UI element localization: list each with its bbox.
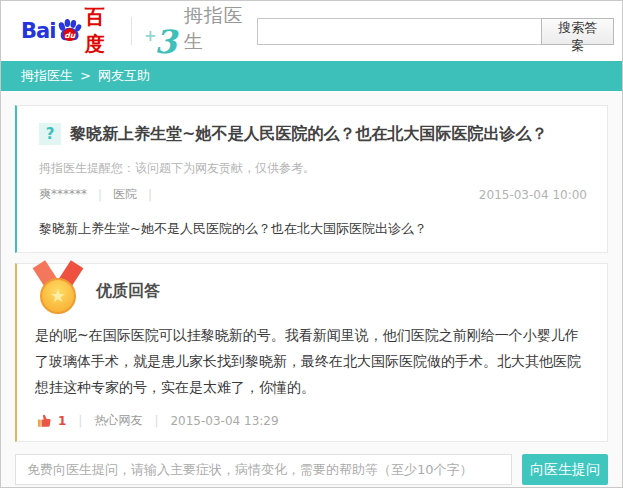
thumbs-up-icon	[37, 413, 52, 428]
medal-coin: ★	[40, 278, 76, 314]
answer-time: 2015-03-04 13:29	[170, 414, 278, 428]
question-time: 2015-03-04 10:00	[479, 188, 587, 202]
medal-icon: ★	[33, 263, 83, 319]
answer-text: 是的呢~在国际医院可以挂黎晓新的号。我看新闻里说，他们医院之前刚给一个小婴儿作了…	[33, 322, 587, 400]
notice-text: 拇指医生提醒您：该问题下为网友贡献，仅供参考。	[39, 160, 587, 177]
question-title: 黎晓新上养生堂~她不是人民医院的么？也在北大国际医院出诊么？	[70, 124, 547, 145]
baidu-logo-bai: Bai	[21, 19, 55, 43]
thumb-mark-icon: 3	[155, 25, 177, 59]
search-group: 搜索答案	[257, 18, 614, 45]
question-title-row: ? 黎晓新上养生堂~她不是人民医院的么？也在北大国际医院出诊么？	[39, 123, 587, 145]
baidu-logo-cn: 百度	[85, 4, 121, 58]
breadcrumb-separator: >	[80, 61, 91, 91]
ask-question-input[interactable]	[15, 454, 512, 485]
answer-footer: 1 | 热心网友 | 2015-03-04 13:29	[33, 412, 587, 429]
answer-separator: |	[154, 414, 158, 428]
meta-separator: |	[98, 188, 102, 202]
answer-author: 热心网友	[94, 412, 142, 429]
ask-doctor-button[interactable]: 向医生提问	[522, 454, 608, 485]
question-body: 黎晓新上养生堂~她不是人民医院的么？也在北大国际医院出诊么？	[39, 220, 587, 238]
like-count: 1	[58, 414, 66, 428]
like-button[interactable]: 1	[37, 413, 66, 428]
star-icon: ★	[50, 287, 66, 305]
answer-header: ★ 优质回答	[33, 264, 587, 319]
page-window: Bai du 百度 + 3 拇指医生 搜索答案 拇指医生 > 网	[0, 0, 623, 488]
app-logo-label: 拇指医生	[184, 3, 257, 55]
breadcrumb-root-link[interactable]: 拇指医生	[21, 61, 73, 91]
thumb-doctor-logo[interactable]: + 3 拇指医生	[144, 3, 257, 59]
baidu-paw-icon: du	[56, 16, 83, 46]
question-card: ? 黎晓新上养生堂~她不是人民医院的么？也在北大国际医院出诊么？ 拇指医生提醒您…	[15, 105, 608, 253]
breadcrumb-current: 网友互助	[98, 61, 150, 91]
question-username: 爽******	[39, 186, 87, 203]
meta-separator: |	[148, 188, 152, 202]
baidu-logo-du: du	[65, 31, 77, 40]
answer-separator: |	[78, 414, 82, 428]
question-mark-icon: ?	[39, 123, 61, 145]
header: Bai du 百度 + 3 拇指医生 搜索答案	[1, 1, 622, 61]
logo-divider	[131, 17, 132, 45]
search-input[interactable]	[257, 18, 543, 45]
question-category-link[interactable]: 医院	[113, 186, 137, 203]
breadcrumb: 拇指医生 > 网友互助	[1, 61, 622, 91]
main-content: ? 黎晓新上养生堂~她不是人民医院的么？也在北大国际医院出诊么？ 拇指医生提醒您…	[1, 91, 622, 487]
question-meta: 爽****** | 医院 | 2015-03-04 10:00	[39, 186, 587, 203]
ask-row: 向医生提问	[15, 454, 608, 485]
search-answers-button[interactable]: 搜索答案	[541, 18, 614, 45]
best-answer-label: 优质回答	[96, 281, 160, 302]
answer-card: ★ 优质回答 是的呢~在国际医院可以挂黎晓新的号。我看新闻里说，他们医院之前刚给…	[15, 263, 608, 442]
baidu-logo[interactable]: Bai du 百度	[21, 4, 121, 58]
